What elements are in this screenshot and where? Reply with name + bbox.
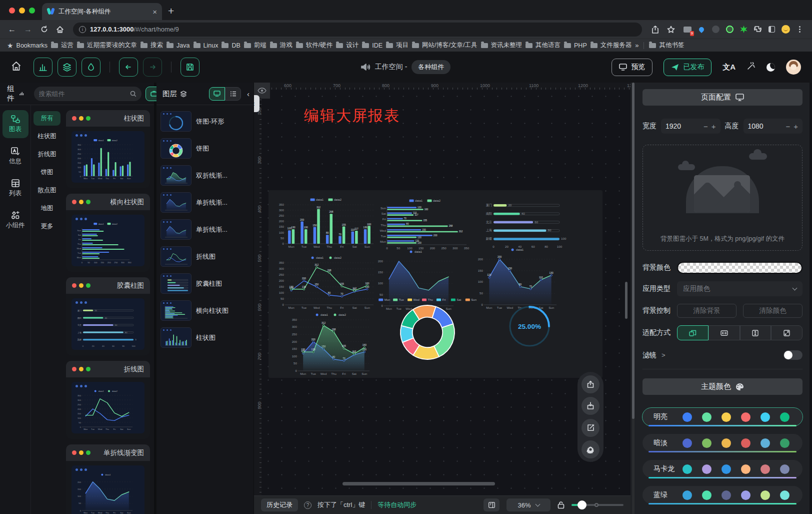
theme-row-bright[interactable]: 明亮 <box>642 408 802 426</box>
nav-item-list[interactable]: 列表 <box>2 174 28 202</box>
chart-panel-toggle-button[interactable] <box>34 58 52 77</box>
back-icon[interactable]: ← <box>5 23 19 37</box>
help-icon[interactable]: ? <box>304 501 312 509</box>
category-scatter[interactable]: 散点图 <box>34 183 60 198</box>
bookmark-folder[interactable]: 设计 <box>336 41 358 50</box>
layer-item[interactable]: 饼图 <box>160 138 250 159</box>
bookmark-folder[interactable]: 游戏 <box>270 41 292 50</box>
background-color-swatch[interactable] <box>677 262 802 274</box>
minimize-window-button[interactable] <box>19 8 25 14</box>
component-card-hbar[interactable]: 横向柱状图 data1data2MonTueWedThuFriSatSun050… <box>66 194 150 272</box>
layers-panel-toggle-button[interactable] <box>58 58 76 77</box>
bookmark-star-icon[interactable] <box>664 23 678 37</box>
dark-mode-icon[interactable] <box>766 63 775 72</box>
theme-row-bluegreen[interactable]: 蓝绿 <box>642 486 802 504</box>
filter-expand-icon[interactable]: > <box>662 351 666 359</box>
theme-color-button[interactable]: 主题颜色 <box>642 378 802 395</box>
app-type-select[interactable]: 应用颜色 <box>677 281 802 296</box>
canvas-text-component[interactable]: 编辑大屏报表 <box>304 106 400 126</box>
user-avatar[interactable] <box>786 60 801 75</box>
forward-icon[interactable]: → <box>21 23 35 37</box>
extension-green-circle-icon[interactable] <box>725 25 734 34</box>
bookmark-folder[interactable]: 网站/博客/文章/工具 <box>412 41 477 50</box>
other-bookmarks-folder[interactable]: 其他书签 <box>649 41 684 50</box>
category-line[interactable]: 折线图 <box>34 147 60 162</box>
bookmark-folder[interactable]: 文件服务器 <box>590 41 632 50</box>
extensions-puzzle-icon[interactable] <box>753 25 762 34</box>
category-more[interactable]: 更多 <box>34 219 60 234</box>
layer-item[interactable]: 单折线渐... <box>160 192 250 213</box>
fit-height-button[interactable] <box>740 325 772 340</box>
increase-height-button[interactable]: + <box>794 122 798 131</box>
background-upload-dropzone[interactable]: 背景图需小于 5M，格式为 png/jpg/gif 的文件 <box>642 145 802 251</box>
clear-color-button[interactable]: 清除颜色 <box>743 304 802 318</box>
side-panel-icon[interactable] <box>767 25 776 34</box>
layer-item[interactable]: 胶囊柱图 <box>160 273 250 294</box>
share-icon[interactable] <box>648 23 662 37</box>
canvas-vertical-scrollbar[interactable] <box>625 282 628 319</box>
category-all[interactable]: 所有 <box>34 111 60 126</box>
layer-list-view-toggle[interactable] <box>225 87 241 101</box>
zoom-select[interactable]: 36% <box>506 498 550 511</box>
height-value[interactable]: 1080 <box>748 122 782 130</box>
maximize-window-button[interactable] <box>29 8 35 14</box>
nav-item-charts[interactable]: 图表 <box>2 110 28 138</box>
workspace-name-badge[interactable]: 各种组件 <box>412 60 450 74</box>
bookmark-folder[interactable]: DB <box>222 42 240 49</box>
page-config-button[interactable]: 页面配置 <box>642 89 802 106</box>
component-search[interactable] <box>34 87 142 101</box>
language-switch-icon[interactable]: 文A <box>722 63 736 72</box>
extension-drop-icon[interactable] <box>697 25 706 34</box>
panel-collapse-button[interactable]: ‹ <box>254 95 260 112</box>
chrome-menu-icon[interactable] <box>795 25 804 34</box>
bookmark-folder[interactable]: Linux <box>194 42 218 49</box>
layer-item[interactable]: 饼图-环形 <box>160 111 250 132</box>
history-button[interactable]: 历史记录 <box>261 498 298 511</box>
detail-panel-toggle-button[interactable] <box>82 58 100 77</box>
tab-close-icon[interactable]: × <box>152 8 157 16</box>
component-card-bar[interactable]: 柱状图 data1data2050100150200250300350MonTu… <box>66 110 150 188</box>
layer-item[interactable]: 双折线渐... <box>160 165 250 186</box>
dashboard-preview[interactable]: data1data2050100150200250300350120200150… <box>268 190 602 378</box>
bookmark-folder[interactable]: IDE <box>362 42 382 49</box>
height-stepper[interactable]: 1080 − + <box>744 119 803 134</box>
bookmark-folder[interactable]: 软件/硬件 <box>296 41 332 50</box>
layer-item[interactable]: 横向柱状图 <box>160 300 250 321</box>
category-map[interactable]: 地图 <box>34 201 60 216</box>
canvas-chart-progress-ring[interactable]: 25.00% <box>508 304 552 348</box>
bookmarks-root[interactable]: ★Bookmarks <box>7 42 48 50</box>
canvas-chart-donut[interactable]: MonTueWedThuFriSatSun <box>352 296 502 361</box>
canvas-chart-capsule[interactable]: 厦门20南阳40北京60上海80新疆100020406080100 <box>484 199 566 249</box>
category-pie[interactable]: 饼图 <box>34 165 60 180</box>
slider-knob[interactable] <box>578 500 586 509</box>
search-input[interactable] <box>39 90 127 98</box>
address-bar[interactable]: i 127.0.0.1:3000/#/chart/home/9 <box>73 23 642 37</box>
canvas-chart-hbar[interactable]: data1data2130110708015020012016011715526… <box>378 197 474 250</box>
nav-item-widgets[interactable]: 小组件 <box>2 206 28 234</box>
canvas-chart-bar[interactable]: data1data2050100150200250300350120200150… <box>276 196 378 249</box>
bookmark-folder[interactable]: 近期需要读的文章 <box>77 41 137 50</box>
bookmark-folder[interactable]: 其他语言 <box>526 41 560 50</box>
close-window-button[interactable] <box>9 8 15 14</box>
readme-panel-button[interactable] <box>484 498 500 511</box>
bookmark-folder[interactable]: 运营 <box>51 41 74 50</box>
layer-thumbnail-view-toggle[interactable] <box>209 87 225 101</box>
extension-circle-icon[interactable] <box>711 25 720 34</box>
bookmark-folder[interactable]: 搜索 <box>140 41 163 50</box>
settings-gear-icon[interactable] <box>582 440 600 458</box>
bookmark-folder[interactable]: 项目 <box>386 41 408 50</box>
save-button[interactable] <box>180 58 200 77</box>
undo-button[interactable] <box>119 58 138 77</box>
layer-item[interactable]: 折线图 <box>160 246 250 267</box>
editor-canvas[interactable]: ‹ 600 700 800 900 1000 1100 1200 1300 20… <box>254 83 630 514</box>
preview-button[interactable]: 预览 <box>612 59 652 76</box>
profile-avatar-icon[interactable] <box>781 25 790 34</box>
layer-item[interactable]: 柱状图 <box>160 327 250 348</box>
component-card-capsule[interactable]: 胶囊柱图 厦门20南阳40北京60上海80新疆100020406080100 <box>66 277 150 355</box>
browser-tab[interactable]: 工作空间-各种组件 × <box>42 3 162 20</box>
clear-background-button[interactable]: 清除背景 <box>677 304 736 318</box>
home-icon[interactable] <box>53 23 67 37</box>
theme-row-dim[interactable]: 暗淡 <box>642 434 802 452</box>
collapse-layers-icon[interactable]: ‹ <box>247 90 250 98</box>
import-icon[interactable] <box>582 397 600 415</box>
